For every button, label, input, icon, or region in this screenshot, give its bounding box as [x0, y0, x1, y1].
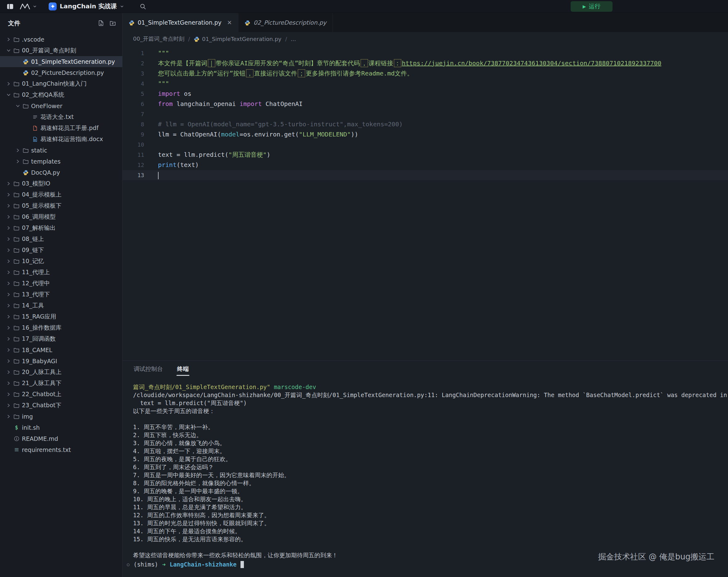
code-line: 3您可以点击最上方的“运行”按钮，直接运行该文件；更多操作指引请参考Readme… [123, 68, 728, 79]
code-text: 本文件是【开篇词｜带你亲证AI应用开发的“奇点”时刻】章节的配套代码，课程链接：… [158, 58, 661, 68]
tree-item-label: 12_代理中 [22, 279, 50, 287]
tree-item-folder[interactable]: 20_人脉工具上 [0, 367, 122, 378]
code-text: """ [158, 48, 169, 58]
line-number: 3 [123, 68, 144, 79]
tree-item-label: 23_Chatbot下 [22, 401, 61, 409]
tree-item-folder[interactable]: 10_记忆 [0, 256, 122, 267]
tree-item-file[interactable]: requirements.txt [0, 444, 122, 455]
folder-icon [14, 192, 19, 198]
tree-item-label: 花语大全.txt [40, 113, 74, 121]
tree-item-folder[interactable]: 14_工具 [0, 300, 122, 311]
chevron-right-icon [6, 270, 11, 275]
sidebar-toggle-icon[interactable] [6, 2, 14, 10]
workspace-switcher[interactable]: LangChain 实战课 [49, 2, 124, 10]
breadcrumb-separator: / [188, 36, 190, 42]
tree-item-label: .vscode [22, 36, 44, 43]
tree-item-label: 03_模型IO [22, 180, 50, 187]
chevron-right-icon [6, 226, 11, 230]
tree-item-file[interactable]: DocQA.py [0, 167, 122, 178]
tree-item-folder[interactable]: 18_CAMEL [0, 345, 122, 355]
breadcrumb-item[interactable]: 01_SimpleTextGeneration.py [194, 35, 282, 42]
close-icon[interactable]: ✕ [227, 19, 232, 26]
line-number: 1 [123, 48, 144, 58]
tree-item-folder[interactable]: 21_人脉工具下 [0, 378, 122, 389]
search-icon[interactable] [139, 3, 146, 10]
tree-item-folder[interactable]: .vscode [0, 34, 122, 45]
tree-item-folder[interactable]: OneFlower [0, 100, 122, 111]
line-number: 9 [123, 129, 144, 140]
editor-tab[interactable]: 01_SimpleTextGeneration.py✕ [123, 13, 238, 32]
tree-item-label: 08_链上 [22, 235, 44, 243]
top-bar: LangChain 实战课 ▶ 运行 [0, 0, 728, 13]
tree-item-folder[interactable]: 19_BabyAGI [0, 355, 122, 367]
tree-item-label: 20_人脉工具上 [22, 368, 61, 376]
chevron-right-icon [6, 203, 11, 208]
editor-tab[interactable]: 02_PictureDescription.py [238, 13, 333, 32]
code-editor[interactable]: 1"""2本文件是【开篇词｜带你亲证AI应用开发的“奇点”时刻】章节的配套代码，… [123, 46, 728, 360]
pdf-file-icon [32, 125, 38, 131]
terminal-line: 15. 周五的快乐，是无法用言语来形容的。 [133, 535, 728, 543]
tree-item-folder[interactable]: 23_Chatbot下 [0, 400, 122, 411]
folder-icon [14, 403, 19, 408]
tree-item-folder[interactable]: 00_开篇词_奇点时刻 [0, 45, 122, 56]
tree-item-file[interactable]: 易速鲜花运营指南.docx [0, 134, 122, 145]
tree-item-folder[interactable]: 02_文档QA系统 [0, 89, 122, 100]
python-icon [244, 19, 250, 26]
panel-tab[interactable]: 终端 [177, 361, 189, 377]
terminal-line: 14. 周五的下午，是最适合摸鱼的时候。 [133, 527, 728, 535]
chevron-right-icon [6, 381, 11, 386]
tree-item-folder[interactable]: templates [0, 156, 122, 167]
terminal-line: 10. 周五的晚上，适合和朋友一起出去嗨。 [133, 495, 728, 503]
tree-item-folder[interactable]: img [0, 411, 122, 422]
tree-item-folder[interactable]: 17_回调函数 [0, 333, 122, 345]
chevron-right-icon [6, 370, 11, 375]
tree-item-folder[interactable]: 05_提示模板下 [0, 200, 122, 211]
breadcrumb-item[interactable]: ... [291, 36, 296, 42]
tree-item-folder[interactable]: 08_链上 [0, 233, 122, 245]
chevron-right-icon [6, 348, 11, 352]
chevron-right-icon [6, 281, 11, 286]
tree-item-file[interactable]: $init.sh [0, 422, 122, 433]
line-number: 4 [123, 79, 144, 89]
tree-item-file[interactable]: README.md [0, 433, 122, 444]
tree-item-folder[interactable]: 13_代理下 [0, 289, 122, 300]
tree-item-file[interactable]: 花语大全.txt [0, 111, 122, 123]
new-file-icon[interactable] [98, 20, 104, 26]
code-line: 12print(text) [123, 160, 728, 170]
chevron-right-icon [16, 148, 20, 153]
new-folder-icon[interactable] [109, 20, 116, 26]
tree-item-folder[interactable]: static [0, 145, 122, 156]
tree-item-file[interactable]: 易速鲜花员工手册.pdf [0, 123, 122, 134]
tree-item-folder[interactable]: 15_RAG应用 [0, 311, 122, 322]
editor-area: 01_SimpleTextGeneration.py✕02_PictureDes… [123, 13, 728, 577]
breadcrumb-item[interactable]: 00_开篇词_奇点时刻 [133, 35, 184, 43]
tree-item-folder[interactable]: 04_提示模板上 [0, 189, 122, 200]
terminal-cursor [240, 561, 244, 568]
panel-tab[interactable]: 调试控制台 [133, 361, 163, 377]
marscode-logo-icon[interactable] [19, 3, 37, 10]
tree-item-folder[interactable]: 09_链下 [0, 245, 122, 256]
chevron-right-icon [6, 37, 11, 42]
tree-item-file[interactable]: 01_SimpleTextGeneration.py [0, 56, 122, 67]
python-icon [129, 19, 135, 26]
tree-item-folder[interactable]: 07_解析输出 [0, 222, 122, 233]
tree-item-label: 易速鲜花运营指南.docx [40, 135, 103, 143]
tree-item-folder[interactable]: 22_Chatbot上 [0, 389, 122, 400]
tree-item-folder[interactable]: 03_模型IO [0, 178, 122, 189]
tree-item-folder[interactable]: 16_操作数据库 [0, 322, 122, 333]
chevron-right-icon [6, 358, 11, 363]
tree-item-folder[interactable]: 06_调用模型 [0, 211, 122, 222]
code-text: from langchain_openai import ChatOpenAI [158, 99, 303, 109]
tree-item-folder[interactable]: 01_LangChain快速入门 [0, 78, 122, 89]
terminal-line: 9. 周五的晚餐，是一周中最丰盛的一顿。 [133, 487, 728, 495]
folder-icon [14, 358, 19, 364]
tree-item-folder[interactable]: 12_代理中 [0, 278, 122, 289]
code-line: 8# llm = OpenAI(model_name="gpt-3.5-turb… [123, 119, 728, 129]
folder-icon [14, 214, 19, 220]
prompt-arrow-icon: ➜ [162, 560, 166, 568]
tree-item-file[interactable]: 02_PictureDescription.py [0, 67, 122, 78]
terminal[interactable]: 篇词_奇点时刻/01_SimpleTextGeneration.py" mars… [123, 377, 728, 577]
run-button[interactable]: ▶ 运行 [571, 1, 613, 12]
tree-item-folder[interactable]: 11_代理上 [0, 267, 122, 278]
tree-item-label: 18_CAMEL [22, 347, 52, 353]
